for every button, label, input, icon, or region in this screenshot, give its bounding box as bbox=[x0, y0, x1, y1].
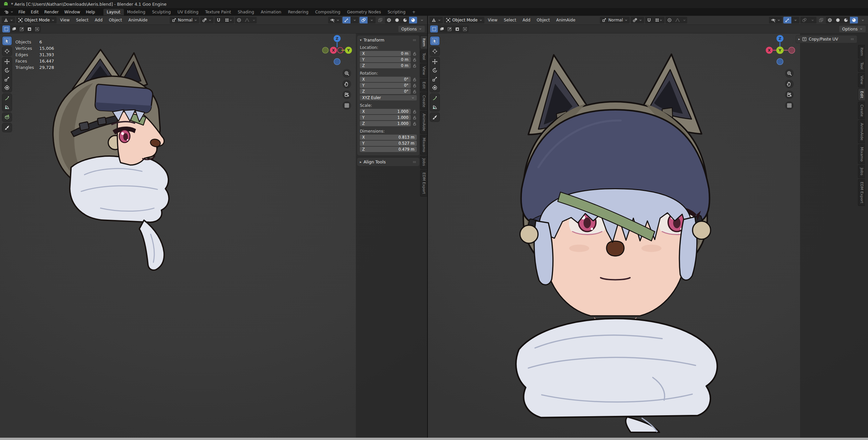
viewport-left-canvas[interactable]: Objects6 Vertices15,006 Edges31,393 Face… bbox=[0, 33, 427, 438]
pan-button[interactable] bbox=[785, 80, 794, 88]
tab-view[interactable]: View bbox=[420, 64, 427, 78]
tab-jobs[interactable]: Jobs bbox=[858, 165, 865, 178]
rotation-mode-dropdown[interactable]: XYZ Euler bbox=[360, 95, 417, 100]
menu-view[interactable]: View bbox=[485, 17, 500, 23]
lock-icon[interactable] bbox=[412, 110, 417, 114]
show-overlays-toggle[interactable] bbox=[800, 17, 808, 24]
menu-animaide[interactable]: AnimAide bbox=[126, 17, 150, 23]
tab-jobs[interactable]: Jobs bbox=[420, 156, 427, 169]
workspace-tab-geometry-nodes[interactable]: Geometry Nodes bbox=[344, 9, 384, 16]
tool-options-button[interactable]: Options bbox=[398, 26, 425, 32]
tab-edit[interactable]: Edit bbox=[420, 79, 427, 91]
tool-select-box[interactable] bbox=[2, 36, 12, 45]
select-mode-subtract[interactable] bbox=[18, 25, 26, 32]
zoom-button[interactable] bbox=[342, 69, 351, 78]
snap-toggle[interactable] bbox=[215, 17, 223, 24]
tab-item[interactable]: Item bbox=[858, 45, 865, 59]
navigation-gizmo[interactable]: Z X Y bbox=[322, 35, 352, 65]
tool-scale[interactable] bbox=[2, 75, 12, 83]
tab-edm-export[interactable]: EDM Export bbox=[420, 170, 427, 197]
xray-toggle[interactable] bbox=[817, 17, 825, 24]
tool-scale[interactable] bbox=[430, 75, 439, 83]
tab-edit[interactable]: Edit bbox=[858, 88, 865, 101]
tool-measure[interactable] bbox=[2, 102, 12, 111]
tool-brush[interactable] bbox=[2, 123, 12, 132]
scale-x-field[interactable]: X1.000 bbox=[360, 109, 411, 114]
shading-dropdown[interactable] bbox=[418, 17, 426, 24]
snap-toggle[interactable] bbox=[645, 17, 653, 24]
shading-solid-button[interactable] bbox=[834, 17, 842, 24]
visibility-dropdown[interactable] bbox=[328, 17, 341, 24]
tool-cursor[interactable] bbox=[430, 47, 439, 56]
tab-view[interactable]: View bbox=[858, 73, 865, 87]
menu-add[interactable]: Add bbox=[92, 17, 105, 23]
select-mode-set[interactable] bbox=[430, 25, 438, 32]
ortho-toggle-button[interactable] bbox=[785, 101, 794, 110]
select-mode-intersect[interactable] bbox=[33, 25, 41, 32]
tool-move[interactable] bbox=[2, 57, 12, 66]
show-gizmo-toggle[interactable] bbox=[342, 17, 350, 24]
menu-object[interactable]: Object bbox=[106, 17, 125, 23]
viewport-right-canvas[interactable]: Z X Y ▸ Copy/Paste UV bbox=[428, 33, 868, 438]
drag-handle-icon[interactable] bbox=[412, 160, 417, 165]
lock-icon[interactable] bbox=[412, 52, 417, 56]
axis-neg-y-ball[interactable] bbox=[322, 47, 329, 53]
lock-icon[interactable] bbox=[412, 122, 417, 126]
ortho-toggle-button[interactable] bbox=[342, 101, 351, 110]
menu-animaide[interactable]: AnimAide bbox=[553, 17, 578, 23]
tool-annotate[interactable] bbox=[2, 94, 12, 102]
zoom-button[interactable] bbox=[785, 69, 794, 78]
show-overlays-toggle[interactable] bbox=[360, 17, 368, 24]
menu-select[interactable]: Select bbox=[501, 17, 519, 23]
pan-button[interactable] bbox=[342, 80, 351, 88]
workspace-tab-layout[interactable]: Layout bbox=[103, 9, 124, 16]
axis-neg-z-ball[interactable] bbox=[777, 59, 783, 65]
proportional-falloff-dropdown[interactable] bbox=[674, 17, 682, 24]
select-mode-extend[interactable] bbox=[438, 25, 445, 32]
lock-icon[interactable] bbox=[412, 58, 417, 62]
workspace-tab-sculpting[interactable]: Sculpting bbox=[149, 9, 174, 16]
dimensions-x-field[interactable]: X0.813 m bbox=[360, 135, 417, 140]
workspace-tab-animation[interactable]: Animation bbox=[257, 9, 284, 16]
menu-help[interactable]: Help bbox=[83, 9, 97, 15]
select-mode-intersect[interactable] bbox=[461, 25, 469, 32]
axis-neg-x-ball[interactable] bbox=[789, 47, 795, 54]
snap-to-dropdown[interactable] bbox=[223, 17, 234, 24]
tool-rotate[interactable] bbox=[430, 66, 439, 75]
workspace-tab-compositing[interactable]: Compositing bbox=[312, 9, 343, 16]
tool-move[interactable] bbox=[430, 57, 439, 66]
drag-handle-icon[interactable] bbox=[412, 38, 417, 42]
tool-add-cube[interactable] bbox=[2, 113, 12, 122]
overlays-dropdown[interactable] bbox=[808, 17, 816, 24]
gizmo-dropdown[interactable] bbox=[350, 17, 359, 24]
menu-object[interactable]: Object bbox=[534, 17, 552, 23]
tool-select-box[interactable] bbox=[430, 36, 439, 45]
tool-measure[interactable] bbox=[430, 102, 439, 111]
location-z-field[interactable]: Z0 m bbox=[360, 63, 411, 68]
blender-menu-button[interactable] bbox=[2, 9, 16, 16]
menu-window[interactable]: Window bbox=[62, 9, 83, 15]
workspace-tab-rendering[interactable]: Rendering bbox=[284, 9, 312, 16]
camera-view-button[interactable] bbox=[342, 90, 351, 99]
gizmo-dropdown[interactable] bbox=[792, 17, 799, 24]
shading-wireframe-button[interactable] bbox=[826, 17, 834, 24]
select-mode-set[interactable] bbox=[2, 25, 10, 32]
snap-to-dropdown[interactable] bbox=[653, 17, 664, 24]
menu-render[interactable]: Render bbox=[41, 9, 61, 15]
scale-z-field[interactable]: Z1.000 bbox=[360, 121, 411, 126]
proportional-edit-toggle[interactable] bbox=[665, 17, 674, 24]
tool-annotate[interactable] bbox=[430, 94, 439, 102]
lock-icon[interactable] bbox=[412, 89, 417, 94]
transform-orientation-dropdown[interactable]: Normal bbox=[600, 17, 629, 24]
mode-selector[interactable]: Object Mode bbox=[16, 17, 57, 24]
tab-edm-export[interactable]: EDM Export bbox=[858, 179, 865, 206]
lock-icon[interactable] bbox=[412, 64, 417, 68]
camera-view-button[interactable] bbox=[785, 90, 794, 99]
location-x-field[interactable]: X0 m bbox=[360, 51, 411, 56]
workspace-tab-modeling[interactable]: Modeling bbox=[124, 9, 149, 16]
add-workspace-button[interactable]: + bbox=[409, 9, 419, 16]
select-mode-extend[interactable] bbox=[10, 25, 18, 32]
dimensions-z-field[interactable]: Z0.479 m bbox=[360, 147, 417, 152]
copy-paste-uv-panel[interactable]: ▸ Copy/Paste UV bbox=[796, 35, 857, 43]
select-mode-subtract[interactable] bbox=[445, 25, 453, 32]
